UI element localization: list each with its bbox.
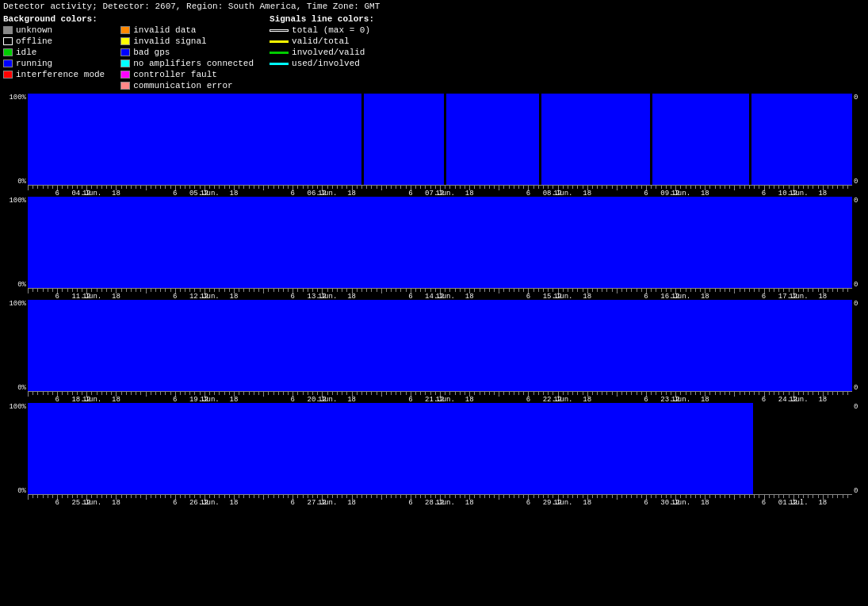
chart-end-cover xyxy=(753,403,852,494)
tick xyxy=(597,495,598,498)
tick xyxy=(700,495,701,498)
tick xyxy=(494,186,495,189)
tick xyxy=(783,289,784,292)
tick xyxy=(651,289,652,292)
tick xyxy=(258,186,259,189)
tick xyxy=(661,392,662,395)
tick xyxy=(606,392,607,395)
y-right-min: 0 xyxy=(854,487,868,495)
tick xyxy=(460,289,461,292)
y-right-max: 0 xyxy=(854,197,868,205)
tick xyxy=(258,495,259,498)
tick-label: 6 xyxy=(526,190,530,197)
day-label: 01.Jul. xyxy=(778,499,809,506)
tick xyxy=(455,186,456,189)
tick xyxy=(572,495,573,498)
tick xyxy=(460,495,461,498)
tick xyxy=(759,495,759,498)
tick xyxy=(548,186,549,189)
tick xyxy=(72,495,73,498)
tick xyxy=(631,495,632,498)
tick xyxy=(415,392,416,395)
tick xyxy=(101,495,102,498)
tick-label: 6 xyxy=(291,396,295,403)
tick xyxy=(828,495,828,498)
tick xyxy=(480,495,480,498)
tick xyxy=(317,186,318,189)
tick xyxy=(715,495,716,498)
tick xyxy=(82,289,82,292)
tick xyxy=(641,186,642,189)
tick xyxy=(288,495,289,498)
tick xyxy=(626,289,627,292)
day-label: 08.Jun. xyxy=(543,190,573,197)
tick xyxy=(165,392,166,395)
y-right-max: 0 xyxy=(854,300,868,308)
tick xyxy=(189,186,190,189)
tick xyxy=(381,289,382,293)
tick-label: 18 xyxy=(583,499,591,506)
tick xyxy=(631,289,632,292)
tick xyxy=(106,495,107,498)
comm-error-icon xyxy=(120,82,130,90)
day-label: 22.Jun. xyxy=(543,396,573,403)
tick xyxy=(214,186,215,189)
tick xyxy=(435,186,436,189)
tick xyxy=(278,495,279,498)
tick-label: 6 xyxy=(173,293,177,300)
tick xyxy=(514,186,514,189)
y-axis-left-row4: 100%0% xyxy=(0,403,28,506)
day-label: 17.Jun. xyxy=(778,293,809,300)
tick xyxy=(808,186,809,189)
legend-invalid-data: invalid data xyxy=(120,25,254,35)
tick xyxy=(449,392,450,395)
tick xyxy=(523,392,524,395)
legend-comm-error: communication error xyxy=(120,81,254,90)
tick xyxy=(465,186,465,189)
tick xyxy=(626,392,627,395)
tick xyxy=(695,392,696,395)
tick xyxy=(680,392,681,395)
tick xyxy=(189,495,190,498)
tick xyxy=(778,392,779,395)
tick xyxy=(180,289,181,292)
tick-label: 18 xyxy=(230,293,239,300)
tick xyxy=(165,289,166,292)
tick xyxy=(563,186,564,189)
tick xyxy=(577,186,578,189)
tick xyxy=(778,186,779,189)
tick xyxy=(327,289,328,292)
tick xyxy=(543,392,544,395)
tick xyxy=(583,495,583,498)
tick xyxy=(445,495,445,498)
tick xyxy=(28,495,29,500)
tick xyxy=(288,186,289,189)
y-max-label: 100% xyxy=(9,403,26,411)
tick-label: 18 xyxy=(465,190,474,197)
tick xyxy=(396,392,396,395)
tick-label: 18 xyxy=(465,293,474,300)
tick xyxy=(847,392,848,395)
tick xyxy=(709,392,710,395)
tick xyxy=(637,495,637,498)
tick xyxy=(342,186,342,189)
tick xyxy=(489,392,490,395)
tick xyxy=(391,392,392,395)
tick xyxy=(734,289,735,293)
tick xyxy=(455,495,456,498)
tick xyxy=(671,495,671,498)
tick xyxy=(243,186,244,189)
tick xyxy=(224,495,225,498)
tick xyxy=(346,186,347,189)
tick xyxy=(258,289,259,292)
tick xyxy=(346,392,347,395)
tick xyxy=(621,495,622,498)
tick xyxy=(111,289,112,292)
tick-label: 6 xyxy=(55,499,59,506)
tick xyxy=(200,289,201,292)
tick xyxy=(754,289,755,292)
tick xyxy=(563,495,564,498)
invalid-signal-icon xyxy=(120,37,130,45)
tick xyxy=(460,186,461,189)
tick xyxy=(523,289,524,292)
